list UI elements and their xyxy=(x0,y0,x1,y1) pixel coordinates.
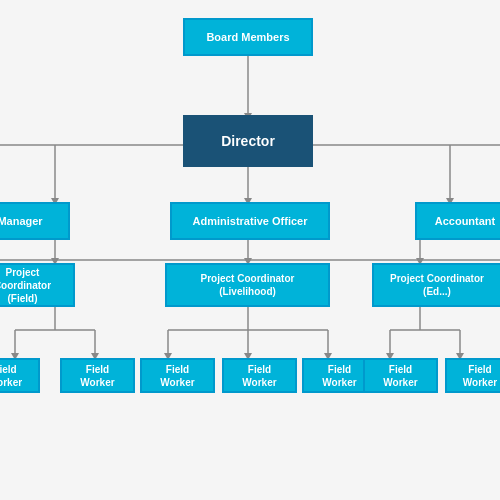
accountant-node: Accountant xyxy=(415,202,500,240)
coordinator-right-label: Project Coordinator(Ed...) xyxy=(390,272,484,298)
coordinator-mid-label: Project Coordinator(Livelihood) xyxy=(201,272,295,298)
field-worker-4: Field Worker xyxy=(222,358,297,393)
director-node: Director xyxy=(183,115,313,167)
coordinator-mid-node: Project Coordinator(Livelihood) xyxy=(165,263,330,307)
coordinator-left-node: Project Coordinator(Field) xyxy=(0,263,75,307)
org-chart: Board Members Director Manager Administr… xyxy=(0,0,500,500)
manager-node: Manager xyxy=(0,202,70,240)
connectors-svg xyxy=(0,0,500,500)
coordinator-left-label: Project Coordinator(Field) xyxy=(0,266,67,305)
field-worker-2: Field Worker xyxy=(60,358,135,393)
board-members-node: Board Members xyxy=(183,18,313,56)
field-worker-7: Field Worker xyxy=(445,358,500,393)
coordinator-right-node: Project Coordinator(Ed...) xyxy=(372,263,500,307)
field-worker-3: Field Worker xyxy=(140,358,215,393)
field-worker-6: Field Worker xyxy=(363,358,438,393)
admin-officer-node: Administrative Officer xyxy=(170,202,330,240)
field-worker-1: Field Worker xyxy=(0,358,40,393)
